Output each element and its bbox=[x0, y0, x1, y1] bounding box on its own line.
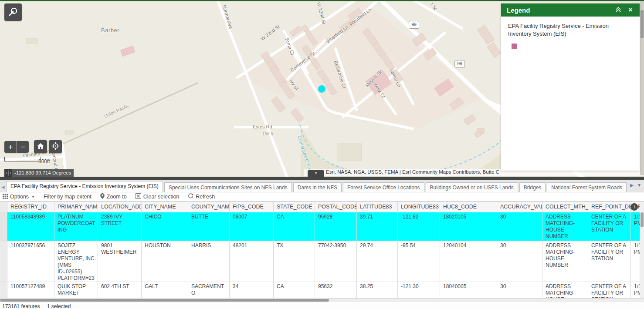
column-header-REF_POINT_DESC[interactable]: REF_POINT_DESC bbox=[588, 202, 631, 212]
cell-FIPS_CODE: 48201 bbox=[230, 241, 274, 282]
legend-collapse-button[interactable] bbox=[613, 6, 623, 14]
row-handle-cell[interactable] bbox=[0, 241, 7, 282]
cell-FIPS_CODE: 06007 bbox=[230, 212, 274, 241]
cell-POSTAL_CODE: 95632 bbox=[315, 282, 357, 298]
cell-REGISTRY_ID: 110058343939 bbox=[7, 212, 54, 241]
cell-COLLECT_MTH_D: ADDRESS MATCHING-HOUSE NUMBER bbox=[542, 212, 588, 241]
cell-CITY_NAME: GALT bbox=[142, 282, 188, 298]
cell-PRIMARY_NAME: PLATINUM POWDERCOATING bbox=[54, 212, 98, 241]
tabs-menu-icon[interactable]: ▼ bbox=[637, 183, 641, 188]
coordinate-readout: -121.830 39.714 Degrees bbox=[12, 169, 74, 177]
row-handle-cell[interactable] bbox=[0, 212, 7, 241]
column-header-POSTAL_CODE[interactable]: POSTAL_CODE bbox=[315, 202, 357, 212]
column-header-FIPS_CODE[interactable]: FIPS_CODE bbox=[230, 202, 274, 212]
table-horizontal-scrollbar[interactable] bbox=[0, 298, 644, 302]
cell-LOCATION_ADDI: 602 4TH ST bbox=[98, 282, 142, 298]
options-button[interactable]: Options ▼ bbox=[3, 194, 35, 200]
top-border bbox=[0, 0, 644, 1]
home-icon bbox=[37, 143, 44, 151]
cell-PRIMARY_NAME: SOJITZ ENERGY VENTURE, INC. (MMS ID=0265… bbox=[54, 241, 98, 282]
legend-panel: Legend × EPA Facility Registry Service -… bbox=[501, 3, 640, 171]
cell-STATE_CODE: CA bbox=[274, 282, 315, 298]
selected-count: 1 selected bbox=[47, 303, 71, 309]
legend-close-button[interactable]: × bbox=[626, 6, 635, 14]
header-handle-cell bbox=[0, 202, 7, 212]
column-header-HUC8_CODE[interactable]: HUC8_CODE bbox=[440, 202, 497, 212]
column-header-LONGITUDE83[interactable]: LONGITUDE83 bbox=[398, 202, 440, 212]
cell-HUC8_CODE: 12040104 bbox=[440, 241, 497, 282]
column-header-PRIMARY_NAME[interactable]: PRIMARY_NAME bbox=[54, 202, 98, 212]
cell-COUNTY_NAME: HARRIS bbox=[188, 241, 230, 282]
attribute-grid: REGISTRY_IDPRIMARY_NAMELOCATION_ADDICITY… bbox=[0, 202, 644, 298]
home-button[interactable] bbox=[34, 140, 47, 153]
refresh-button[interactable]: Refresh bbox=[188, 193, 215, 200]
collapse-table-arrow[interactable]: ▼ bbox=[308, 170, 324, 177]
table-vertical-scrollbar[interactable] bbox=[640, 202, 644, 298]
field-options-button[interactable]: + bbox=[630, 203, 638, 211]
column-header-STATE_CODE[interactable]: STATE_CODE bbox=[274, 202, 315, 212]
cell-HUC8_CODE: 18040005 bbox=[440, 282, 497, 298]
legend-title: Legend bbox=[507, 7, 611, 14]
cell-ACCURACY_VALU: 30 bbox=[497, 241, 542, 282]
zoom-to-button[interactable]: Zoom to bbox=[100, 193, 127, 200]
column-header-COUNTY_NAME[interactable]: COUNTY_NAME bbox=[188, 202, 230, 212]
map-label: 196 ft bbox=[262, 131, 273, 136]
app-window: BarberNormal AveW 22nd StW 22nd StWestfi… bbox=[0, 0, 644, 309]
tab-layer-5[interactable]: Bridges bbox=[519, 182, 546, 192]
clear-selection-button[interactable]: Clear selection bbox=[136, 193, 180, 200]
tab-layer-1[interactable]: Special Uses Communications Sites on NFS… bbox=[164, 182, 292, 192]
attribute-tabbar: ◀ EPA Facility Registry Service - Emissi… bbox=[0, 180, 644, 192]
column-header-LOCATION_ADDI[interactable]: LOCATION_ADDI bbox=[98, 202, 142, 212]
tab-layer-6[interactable]: National Forest System Roads bbox=[547, 182, 627, 192]
cell-LONGITUDE83: -95.54 bbox=[398, 241, 440, 282]
tabs-scroll-left-icon[interactable]: ◀ bbox=[0, 182, 6, 192]
grid-icon bbox=[3, 194, 10, 200]
zoom-in-button[interactable]: + bbox=[4, 141, 17, 153]
grid-header-row: REGISTRY_IDPRIMARY_NAMELOCATION_ADDICITY… bbox=[0, 202, 644, 212]
legend-body: EPA Facility Registry Service - Emission… bbox=[501, 17, 640, 55]
cell-COLLECT_MTH_D: ADDRESS MATCHING-HOUSE NUMBER bbox=[542, 282, 588, 298]
column-header-REGISTRY_ID[interactable]: REGISTRY_ID bbox=[7, 202, 54, 212]
map-label: Estes Rd bbox=[253, 124, 272, 129]
zoom-out-button[interactable]: − bbox=[17, 141, 29, 153]
tab-layer-4[interactable]: Buildings Owned or on USFS Lands bbox=[426, 182, 518, 192]
tab-layer-2[interactable]: Dams in the NFS bbox=[293, 182, 342, 192]
table-row-1[interactable]: 110037971656SOJITZ ENERGY VENTURE, INC. … bbox=[0, 241, 644, 282]
cell-REGISTRY_ID: 110057127489 bbox=[7, 282, 54, 298]
table-row-0[interactable]: 110058343939PLATINUM POWDERCOATING2389 I… bbox=[0, 212, 644, 241]
refresh-icon bbox=[188, 193, 196, 200]
grid-rows: 110058343939PLATINUM POWDERCOATING2389 I… bbox=[0, 212, 644, 298]
map-right-scrollbar[interactable] bbox=[640, 1, 644, 175]
cell-CITY_NAME: CHICO bbox=[142, 212, 188, 241]
column-header-CITY_NAME[interactable]: CITY_NAME bbox=[142, 202, 188, 212]
tab-layer-3[interactable]: Forest Service Office Locations bbox=[343, 182, 424, 192]
panel-resize-handle[interactable] bbox=[0, 177, 644, 180]
cell-LATITUDE83: 29.74 bbox=[357, 241, 398, 282]
cell-LOCATION_ADDI: 2389 IVY STREET bbox=[98, 212, 142, 241]
filter-by-map-extent-button[interactable]: Filter by map extent bbox=[44, 194, 92, 200]
cell-REF_POINT_DESC: CENTER OF A FACILITY OR STATION bbox=[588, 212, 631, 241]
scale-label: 600ft bbox=[38, 158, 50, 165]
highway-shield: 99 bbox=[454, 60, 465, 68]
cell-LONGITUDE83: -121.82 bbox=[398, 212, 440, 241]
column-header-ACCURACY_VALU[interactable]: ACCURACY_VALU bbox=[497, 202, 542, 212]
table-toolbar: Options ▼ Filter by map extent Zoom to C… bbox=[0, 192, 644, 202]
locate-button[interactable] bbox=[49, 140, 62, 153]
column-header-LATITUDE83[interactable]: LATITUDE83 bbox=[357, 202, 398, 212]
column-header-COLLECT_MTH_D[interactable]: COLLECT_MTH_D bbox=[542, 202, 588, 212]
cell-POSTAL_CODE: 95928 bbox=[315, 212, 357, 241]
cell-REGISTRY_ID: 110037971656 bbox=[7, 241, 54, 282]
cell-LOCATION_ADDI: 9801 WESTHEIMER bbox=[98, 241, 142, 282]
cell-ACCURACY_VALU: 30 bbox=[497, 282, 542, 298]
select-widget-button[interactable] bbox=[4, 3, 22, 21]
tabs-scroll-right-icon[interactable]: ▶ bbox=[630, 183, 634, 188]
cell-STATE_CODE: CA bbox=[274, 212, 315, 241]
legend-layer-name: EPA Facility Registry Service - Emission… bbox=[508, 22, 633, 37]
coordinate-widget[interactable]: -121.830 39.714 Degrees bbox=[4, 169, 74, 177]
legend-swatch bbox=[512, 44, 517, 49]
table-row-2[interactable]: 110057127489QUIK STOP MARKET602 4TH STGA… bbox=[0, 282, 644, 298]
coordinate-move-icon bbox=[4, 169, 12, 177]
row-handle-cell[interactable] bbox=[0, 282, 7, 298]
selected-facility-marker[interactable] bbox=[318, 85, 325, 93]
tab-layer-0[interactable]: EPA Facility Registry Service - Emission… bbox=[6, 181, 163, 192]
